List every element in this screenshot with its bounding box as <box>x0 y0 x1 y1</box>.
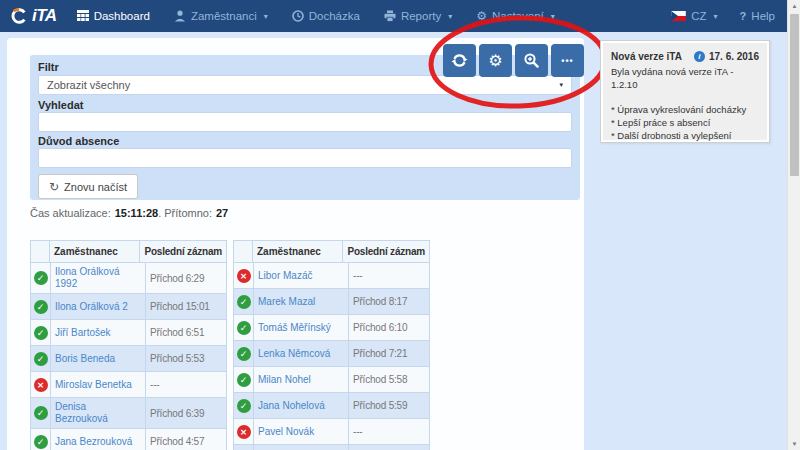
employee-link[interactable]: Jana Nohelová <box>258 400 325 412</box>
zoom-in-button[interactable] <box>515 44 548 77</box>
reload-button-label: Znovu načíst <box>64 181 127 193</box>
table-row: ✓Milan NohelPříchod 5:58 <box>234 366 429 392</box>
employee-link[interactable]: Lenka Němcová <box>258 348 330 360</box>
employee-link[interactable]: Libor Mazáč <box>258 270 312 282</box>
vertical-scrollbar[interactable]: ▲ ▼ <box>787 0 800 450</box>
language-switcher[interactable]: CZ ▾ <box>671 10 717 22</box>
filter-label: Filtr <box>38 61 59 73</box>
employee-link[interactable]: Boris Beneda <box>55 353 115 365</box>
app-logo[interactable]: iTA <box>10 6 57 26</box>
employee-table-left: Zaměstnanec Poslední záznam ✓Ilona Orálk… <box>30 240 227 450</box>
employee-column-header: Zaměstnanec <box>50 241 140 262</box>
nav-label: Zaměstnanci <box>191 10 257 22</box>
status-present-icon: ✓ <box>34 326 48 340</box>
refresh-icon: ↻ <box>49 181 59 193</box>
employee-link[interactable]: Denisa Bezrouková <box>55 401 141 425</box>
refresh-button[interactable] <box>443 44 476 77</box>
table-row: Blanka NovákováOdchod 13:27 <box>234 444 429 450</box>
grid-icon <box>77 10 89 22</box>
scroll-up-arrow-icon[interactable]: ▲ <box>788 3 800 9</box>
scrollbar-thumb[interactable] <box>790 14 799 176</box>
chevron-down-icon: ▾ <box>264 12 268 21</box>
employee-link[interactable]: Tomáš Měřínský <box>258 322 331 334</box>
filter-select[interactable]: Zobrazit všechny ▾ <box>38 75 572 95</box>
last-record: Příchod 4:57 <box>146 429 226 450</box>
refresh-icon <box>451 52 468 69</box>
chevron-down-icon: ▾ <box>448 12 452 21</box>
status-present-icon: ✓ <box>34 352 48 366</box>
employee-link[interactable]: Milan Nohel <box>258 374 311 386</box>
notification-body: Byla vydána nová verze iTA - 1.2.10 <box>611 65 759 91</box>
reload-button[interactable]: ↻ Znovu načíst <box>38 174 138 199</box>
absence-reason-label: Důvod absence <box>38 135 119 147</box>
scroll-down-arrow-icon[interactable]: ▼ <box>788 441 800 447</box>
last-record: Příchod 6:10 <box>349 315 429 340</box>
last-record: Příchod 5:58 <box>349 367 429 392</box>
top-navbar: iTA Dashboard Zaměstnanci ▾ Docházka <box>0 0 787 32</box>
status-present-icon: ✓ <box>34 300 48 314</box>
update-time-label: Čas aktualizace: <box>30 207 111 219</box>
table-row: ×Pavel Novák--- <box>234 418 429 444</box>
logo-text: iTA <box>32 6 57 26</box>
status-line: Čas aktualizace:15:11:28. Přítomno:27 <box>30 207 228 219</box>
update-time-value: 15:11:28 <box>115 207 158 219</box>
notification-note: * Další drobnosti a vylepšení <box>611 129 759 142</box>
select-caret-icon: ▾ <box>559 81 563 89</box>
table-row: ✓Ilona Orálková 2Příchod 15:01 <box>31 293 226 319</box>
status-present-icon: ✓ <box>237 373 251 387</box>
notification-date: 17. 6. 2016 <box>709 50 759 63</box>
employee-table-right: Zaměstnanec Poslední záznam ×Libor Mazáč… <box>233 240 430 450</box>
status-present-icon: ✓ <box>34 406 48 420</box>
employee-link[interactable]: Ilona Orálková 1992 <box>55 266 141 290</box>
status-present-icon: ✓ <box>237 399 251 413</box>
status-present-icon: ✓ <box>237 295 251 309</box>
navbar-right: CZ ▾ ? Help <box>671 10 775 22</box>
employee-link[interactable]: Marek Mazal <box>258 296 315 308</box>
employee-link[interactable]: Ilona Orálková 2 <box>55 301 128 313</box>
nav-item-dashboard[interactable]: Dashboard <box>77 10 150 22</box>
language-code: CZ <box>691 10 706 22</box>
nav-item-nastaveni[interactable]: ⚙ Nastavení ▾ <box>476 10 555 22</box>
settings-button[interactable]: ⚙ <box>479 44 512 77</box>
employee-column-header: Zaměstnanec <box>253 241 343 262</box>
search-input[interactable] <box>38 112 572 132</box>
czech-flag-icon <box>671 11 686 21</box>
present-label: . Přítomno: <box>158 207 212 219</box>
employee-link[interactable]: Pavel Novák <box>258 426 314 438</box>
status-column-header <box>31 241 50 262</box>
table-row: ✓Jiří BartošekPříchod 6:51 <box>31 319 226 345</box>
gear-icon: ⚙ <box>476 10 487 22</box>
app-screen: iTA Dashboard Zaměstnanci ▾ Docházka <box>0 0 800 450</box>
printer-icon <box>384 10 396 22</box>
last-record-column-header: Poslední záznam <box>343 241 429 262</box>
table-row: ✓Ilona Orálková 1992Příchod 6:29 <box>31 262 226 293</box>
person-icon <box>174 10 186 22</box>
status-present-icon: ✓ <box>34 435 48 449</box>
table-row: ✓Boris BenedaPříchod 5:53 <box>31 345 226 371</box>
present-count: 27 <box>216 207 228 219</box>
table-row: ✓Tomáš MěřínskýPříchod 6:10 <box>234 314 429 340</box>
absence-reason-input[interactable] <box>38 148 572 168</box>
nav-label: Nastavení <box>492 10 544 22</box>
search-label: Vyhledat <box>38 99 83 111</box>
question-icon: ? <box>740 10 747 22</box>
nav-item-zamestnanci[interactable]: Zaměstnanci ▾ <box>174 10 268 22</box>
last-record: Příchod 7:21 <box>349 341 429 366</box>
employee-link[interactable]: Miroslav Benetka <box>55 379 132 391</box>
last-record: Příchod 6:39 <box>146 398 226 428</box>
more-options-button[interactable]: ••• <box>551 44 584 77</box>
table-row: ×Miroslav Benetka--- <box>31 371 226 397</box>
last-record: --- <box>146 372 226 397</box>
last-record-column-header: Poslední záznam <box>140 241 226 262</box>
nav-item-dochazka[interactable]: Docházka <box>292 10 360 22</box>
last-record: --- <box>349 419 429 444</box>
help-button[interactable]: ? Help <box>740 10 775 22</box>
employee-link[interactable]: Jana Bezrouková <box>55 436 132 448</box>
employee-link[interactable]: Jiří Bartošek <box>55 327 111 339</box>
last-record: Příchod 6:51 <box>146 320 226 345</box>
notification-note: * Lepší práce s absencí <box>611 116 759 129</box>
nav-item-reporty[interactable]: Reporty ▾ <box>384 10 452 22</box>
more-ellipsis-icon: ••• <box>561 56 573 66</box>
chevron-down-icon: ▾ <box>551 12 555 21</box>
nav-label: Reporty <box>401 10 441 22</box>
